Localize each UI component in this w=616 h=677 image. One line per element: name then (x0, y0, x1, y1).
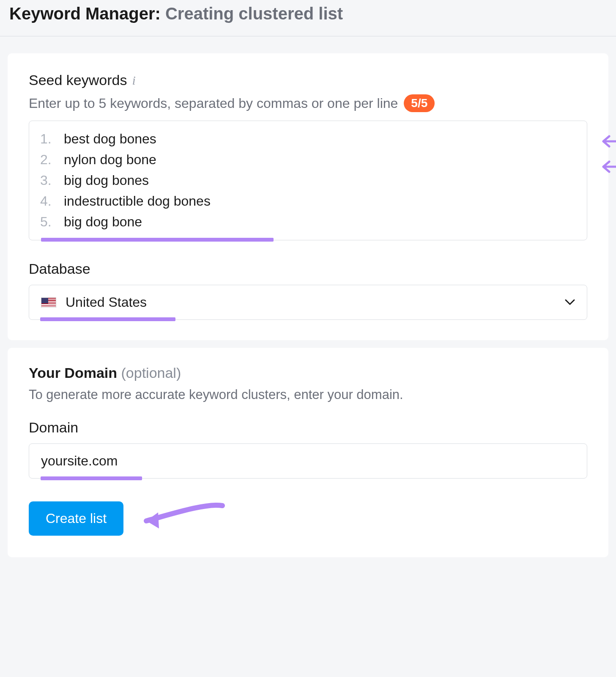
keyword-row-text: big dog bone (64, 214, 142, 230)
seed-helper-text: Enter up to 5 keywords, separated by com… (29, 96, 398, 111)
your-domain-title: Your Domain (29, 365, 121, 381)
annotation-underline (41, 476, 142, 480)
keyword-row: 3. big dog bones (40, 170, 576, 191)
your-domain-card: Your Domain (optional) To generate more … (8, 348, 608, 557)
page-header: Keyword Manager: Creating clustered list (0, 0, 616, 36)
keyword-counter-badge: 5/5 (404, 94, 435, 112)
keyword-row: 5. big dog bone (40, 212, 576, 232)
annotation-curved-arrow-icon (134, 501, 227, 536)
us-flag-icon (41, 297, 56, 308)
domain-field-label: Domain (29, 419, 587, 436)
database-selected-text: United States (66, 294, 147, 310)
keyword-row-number: 3. (40, 173, 55, 188)
keyword-row-text: big dog bones (64, 173, 149, 188)
keyword-row: 4. indestructible dog bones (40, 191, 576, 212)
create-row: Create list (29, 501, 587, 536)
chevron-down-icon (565, 297, 575, 307)
keyword-row-number: 1. (40, 131, 55, 147)
optional-label: (optional) (121, 365, 181, 381)
annotation-underline (41, 238, 274, 242)
info-icon[interactable]: i (132, 73, 135, 88)
arrow-left-icon (601, 134, 616, 149)
database-label: Database (29, 261, 587, 277)
seed-keywords-label: Seed keywords (29, 72, 127, 88)
keyword-row-text: indestructible dog bones (64, 193, 211, 209)
annotation-arrows (601, 134, 616, 174)
seed-label-row: Seed keywords i (29, 72, 587, 88)
keyword-row-number: 4. (40, 193, 55, 209)
keyword-row-number: 5. (40, 214, 55, 230)
your-domain-description: To generate more accurate keyword cluste… (29, 387, 587, 402)
seed-helper-row: Enter up to 5 keywords, separated by com… (29, 94, 587, 112)
keyword-row-number: 2. (40, 152, 55, 168)
page-subtitle: Creating clustered list (165, 4, 343, 23)
your-domain-heading: Your Domain (optional) (29, 365, 587, 381)
domain-input[interactable] (29, 443, 587, 479)
database-select[interactable]: United States (29, 285, 587, 320)
database-select-value: United States (41, 294, 147, 310)
annotation-underline (40, 317, 175, 321)
seed-keywords-card: Seed keywords i Enter up to 5 keywords, … (8, 53, 608, 340)
keyword-row-text: best dog bones (64, 131, 156, 147)
keyword-row: 2. nylon dog bone (40, 149, 576, 170)
keyword-row-text: nylon dog bone (64, 152, 156, 168)
seed-keywords-input[interactable]: 1. best dog bones 2. nylon dog bone 3. b… (29, 121, 587, 240)
arrow-left-icon (601, 159, 616, 174)
page-title: Keyword Manager: (9, 4, 165, 23)
create-list-button[interactable]: Create list (29, 501, 123, 536)
keyword-row: 1. best dog bones (40, 129, 576, 149)
domain-input-wrap (29, 443, 587, 479)
